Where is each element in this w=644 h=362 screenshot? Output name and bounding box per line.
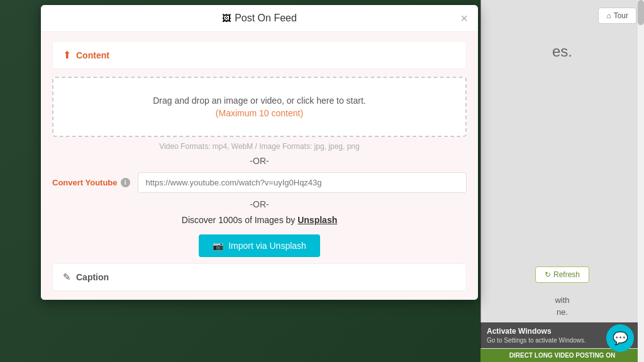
unsplash-link[interactable]: Unsplash [297,215,337,225]
chat-icon: 💬 [613,331,628,346]
convert-youtube-label: Convert Youtube i [52,178,130,187]
convert-youtube-text: Convert Youtube [52,178,118,187]
formats-text: Video Formats: mp4, WebM / Image Formats… [52,142,467,151]
sidebar-text-3: ne. [488,307,636,317]
bottom-bar-text: DIRECT LONG VIDEO POSTING ON [509,352,615,359]
unsplash-section: Discover 1000s of Images by Unsplash [52,214,467,226]
upload-icon: ⬆ [63,49,71,61]
caption-section-label: ✎ Caption [63,272,456,283]
import-button-label: Import via Unsplash [228,241,306,251]
info-icon: i [121,178,130,187]
chat-bubble[interactable]: 💬 [606,324,634,352]
convert-youtube-row: Convert Youtube i [52,172,467,193]
modal-header: 🖼 Post On Feed × [41,5,478,32]
refresh-icon: ↻ [545,270,551,279]
or-divider-2: -OR- [52,199,467,209]
refresh-label: Refresh [553,270,580,279]
edit-icon: ✎ [63,272,71,283]
content-section-label: ⬆ Content [63,49,456,61]
modal-close-button[interactable]: × [460,12,468,25]
camera-icon: 📷 [213,241,223,251]
content-label-text: Content [76,50,109,60]
unsplash-text-before: Discover 1000s of Images by [182,215,297,225]
tour-icon: ⌂ [606,11,611,20]
scrollbar-thumb[interactable] [638,0,644,25]
modal-body: ⬆ Content Drag and drop an image or vide… [41,32,478,300]
right-sidebar: ⌂ Tour es. ↻ Refresh with ne. [480,0,644,362]
tour-button[interactable]: ⌂ Tour [598,8,636,24]
tour-label: Tour [614,11,628,20]
or-divider-1: -OR- [52,156,467,166]
youtube-url-input[interactable] [138,172,467,193]
sidebar-text-1: es. [488,43,636,60]
sidebar-text-2: with [488,295,636,305]
content-section-card: ⬆ Content [52,41,467,69]
modal-title: Post On Feed [235,13,297,24]
caption-label-text: Caption [76,272,109,282]
modal: 🖼 Post On Feed × ⬆ Content Drag and drop… [41,5,478,300]
refresh-button[interactable]: ↻ Refresh [535,266,589,283]
drop-zone-main-text: Drag and drop an image or video, or clic… [66,96,453,106]
drop-zone[interactable]: Drag and drop an image or video, or clic… [52,77,467,137]
caption-section-card: ✎ Caption [52,263,467,291]
drop-zone-sub-text: (Maximum 10 content) [66,108,453,118]
import-unsplash-button[interactable]: 📷 Import via Unsplash [199,234,320,257]
modal-title-icon: 🖼 [222,13,231,23]
scrollbar-track[interactable] [638,0,644,362]
